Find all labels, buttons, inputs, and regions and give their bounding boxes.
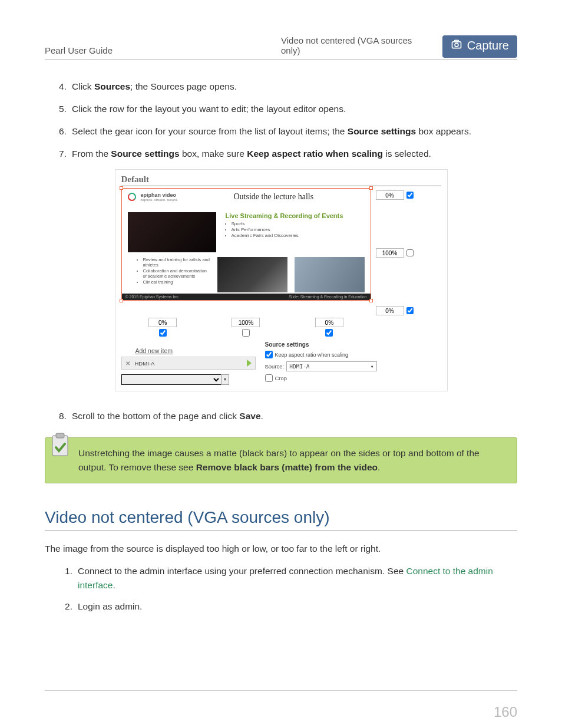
layout-item-row[interactable]: ✕ HDMI-A — [121, 357, 256, 370]
epiphan-logo-icon — [128, 193, 136, 201]
keep-aspect-row[interactable]: Keep aspect ratio when scaling — [265, 351, 377, 358]
svg-rect-0 — [452, 42, 461, 48]
item-select-dropdown-icon[interactable]: ▾ — [221, 374, 229, 385]
substep-2: Login as admin. — [65, 599, 517, 614]
slide-heading: Live Streaming & Recording of Events — [226, 212, 365, 219]
item-arrow-icon — [247, 360, 252, 367]
width-input[interactable] — [232, 318, 260, 327]
section-heading: Video not centered (VGA sources only) — [45, 508, 517, 531]
brand-name: epiphan video — [141, 192, 178, 198]
header-center: Video not centered (VGA sources only) — [281, 35, 431, 55]
figure-title: Default — [121, 174, 441, 186]
slide-lower-bullets: Review and training for artists and athl… — [143, 257, 210, 285]
y-offset-check[interactable] — [406, 192, 414, 199]
keep-aspect-checkbox[interactable] — [265, 351, 273, 358]
step-4: Click Sources; the Sources page opens. — [59, 80, 517, 94]
capture-label: Capture — [467, 39, 509, 52]
footer-divider — [45, 690, 517, 691]
svg-rect-3 — [52, 436, 68, 456]
capture-tab: Capture — [442, 35, 517, 58]
step-8: Scroll to the bottom of the page and cli… — [59, 409, 517, 423]
source-select[interactable]: HDMI-A▾ — [286, 361, 376, 371]
camera-icon — [451, 38, 462, 53]
x-offset2-check[interactable] — [325, 329, 333, 337]
chevron-down-icon: ▾ — [371, 363, 374, 370]
item-select[interactable] — [121, 374, 222, 385]
clipboard-check-icon — [45, 438, 74, 483]
substep-1: Connect to the admin interface using you… — [65, 564, 517, 592]
y-offset2-check[interactable] — [406, 307, 414, 314]
step-5: Click the row for the layout you want to… — [59, 102, 517, 116]
width-check[interactable] — [242, 329, 250, 337]
brand-tagline: capture. stream. record. — [141, 198, 178, 202]
keep-aspect-label: Keep aspect ratio when scaling — [275, 352, 349, 358]
x-offset-check[interactable] — [159, 329, 167, 337]
page-header: Pearl User Guide Video not centered (VGA… — [45, 33, 517, 60]
source-label: Source: — [265, 363, 285, 370]
remove-item-icon[interactable]: ✕ — [125, 360, 130, 367]
svg-rect-4 — [56, 433, 64, 438]
section-intro: The image from the source is displayed t… — [45, 542, 517, 556]
layout-editor-figure: Default epiphan video capture. stream. r… — [115, 169, 448, 391]
slide-image-2 — [217, 257, 287, 292]
slide-image-1 — [128, 212, 216, 252]
y-offset-input[interactable] — [376, 190, 404, 200]
svg-point-1 — [455, 43, 458, 47]
x-offset-input[interactable] — [148, 318, 177, 327]
y-offset2-input[interactable] — [376, 306, 404, 315]
layout-canvas[interactable]: epiphan video capture. stream. record. O… — [121, 188, 371, 301]
item-name: HDMI-A — [135, 360, 155, 367]
page-number: 160 — [45, 704, 517, 720]
height-check[interactable] — [406, 249, 414, 256]
slide-bullets: SportsArts PerformancesAcademic Fairs an… — [232, 221, 365, 238]
source-settings-panel: Source settings Keep aspect ratio when s… — [265, 341, 377, 385]
info-note: Unstretching the image causes a matte (b… — [45, 437, 517, 483]
crop-label: Crop — [275, 375, 287, 381]
x-offset2-input[interactable] — [315, 318, 343, 327]
slide-footer-left: © 2015 Epiphan Systems Inc. — [125, 295, 180, 299]
step-6: Select the gear icon for your source fro… — [59, 124, 517, 139]
settings-title: Source settings — [265, 341, 377, 348]
crop-row[interactable]: Crop — [265, 374, 377, 382]
step-7: From the Source settings box, make sure … — [59, 147, 517, 161]
slide-footer-right: Slide: Streaming & Recording in Educatio… — [289, 295, 366, 299]
crop-checkbox[interactable] — [265, 374, 273, 382]
height-input[interactable] — [376, 248, 404, 258]
slide-title: Outside the lecture halls — [183, 192, 364, 202]
slide-image-3 — [295, 257, 365, 292]
header-left: Pearl User Guide — [45, 45, 281, 55]
add-new-item-link[interactable]: Add new item — [135, 347, 256, 354]
svg-rect-2 — [455, 40, 459, 42]
